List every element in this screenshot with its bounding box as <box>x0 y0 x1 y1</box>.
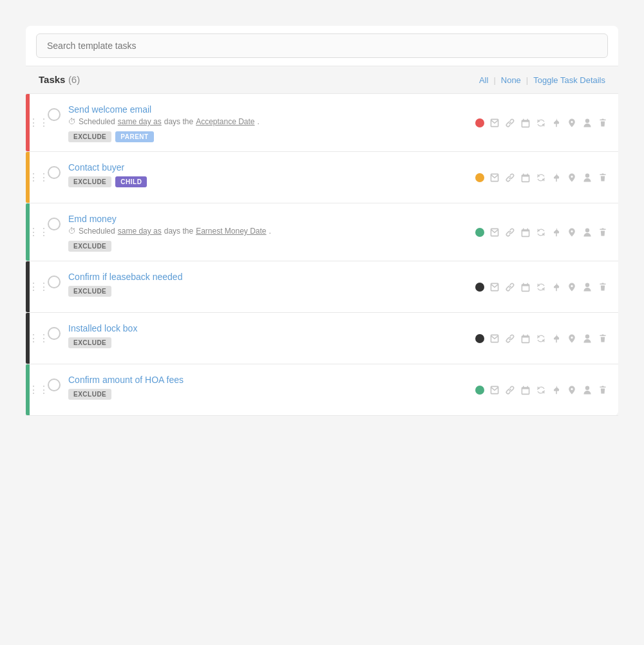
task-checkbox-area <box>48 203 66 261</box>
user-icon[interactable] <box>582 227 592 238</box>
task-content: Confirm if leaseback needed EXCLUDE <box>66 261 465 312</box>
repeat-icon[interactable] <box>536 385 546 395</box>
pin-icon[interactable] <box>551 173 562 183</box>
tag-parent: PARENT <box>115 131 153 142</box>
task-checkbox[interactable] <box>48 379 61 391</box>
drag-handle[interactable]: ⋮⋮ <box>30 152 48 203</box>
toggle-link[interactable]: Toggle Task Details <box>533 75 605 85</box>
task-row: ⋮⋮ Send welcome email ⏱ Scheduled same d… <box>26 94 618 152</box>
task-checkbox-area <box>48 94 66 151</box>
task-name[interactable]: Confirm if leaseback needed <box>68 272 460 282</box>
task-tags: EXCLUDEPARENT <box>68 131 460 142</box>
calendar-icon[interactable] <box>520 333 531 344</box>
tag-exclude: EXCLUDE <box>68 337 111 348</box>
tag-exclude: EXCLUDE <box>68 241 111 252</box>
pin-icon[interactable] <box>551 227 562 238</box>
repeat-icon[interactable] <box>536 173 546 183</box>
drag-handle[interactable]: ⋮⋮ <box>30 261 48 312</box>
delete-icon[interactable] <box>598 118 608 128</box>
sep-2: | <box>526 75 528 85</box>
schedule-text-before: Scheduled <box>79 227 115 236</box>
repeat-icon[interactable] <box>536 118 546 128</box>
delete-icon[interactable] <box>598 227 608 238</box>
pin-icon[interactable] <box>551 118 562 128</box>
email-icon[interactable] <box>489 227 500 238</box>
drag-handle[interactable]: ⋮⋮ <box>30 313 48 364</box>
task-icons <box>489 282 608 292</box>
task-tags: EXCLUDECHILD <box>68 176 460 187</box>
task-right <box>465 203 618 261</box>
task-right <box>465 364 618 415</box>
user-icon[interactable] <box>582 385 592 395</box>
location-icon[interactable] <box>567 118 577 128</box>
delete-icon[interactable] <box>598 282 608 292</box>
link-icon[interactable] <box>505 282 515 292</box>
email-icon[interactable] <box>489 118 500 128</box>
repeat-icon[interactable] <box>536 333 546 344</box>
delete-icon[interactable] <box>598 173 608 183</box>
location-icon[interactable] <box>567 227 577 238</box>
calendar-icon[interactable] <box>520 173 531 183</box>
task-checkbox[interactable] <box>48 218 61 230</box>
calendar-icon[interactable] <box>520 282 531 292</box>
tag-exclude: EXCLUDE <box>68 176 111 187</box>
task-name[interactable]: Send welcome email <box>68 104 460 115</box>
none-link[interactable]: None <box>501 75 521 85</box>
pin-icon[interactable] <box>551 282 562 292</box>
user-icon[interactable] <box>582 282 592 292</box>
delete-icon[interactable] <box>598 333 608 344</box>
task-content: Confirm amount of HOA fees EXCLUDE <box>66 364 465 415</box>
email-icon[interactable] <box>489 282 500 292</box>
link-icon[interactable] <box>505 118 515 128</box>
email-icon[interactable] <box>489 173 500 183</box>
calendar-icon[interactable] <box>520 118 531 128</box>
pin-icon[interactable] <box>551 333 562 344</box>
task-schedule: ⏱ Scheduled same day as days the Accepta… <box>68 117 460 126</box>
drag-handle[interactable]: ⋮⋮ <box>30 94 48 151</box>
task-tags: EXCLUDE <box>68 389 460 400</box>
drag-handle[interactable]: ⋮⋮ <box>30 203 48 261</box>
main-container: Tasks (6) All | None | Toggle Task Detai… <box>26 26 618 416</box>
task-checkbox[interactable] <box>48 327 61 340</box>
calendar-icon[interactable] <box>520 227 531 238</box>
repeat-icon[interactable] <box>536 227 546 238</box>
location-icon[interactable] <box>567 173 577 183</box>
link-icon[interactable] <box>505 333 515 344</box>
link-icon[interactable] <box>505 385 515 395</box>
tasks-title: Tasks (6) <box>39 74 80 86</box>
task-checkbox[interactable] <box>48 166 61 179</box>
location-icon[interactable] <box>567 333 577 344</box>
task-tags: EXCLUDE <box>68 337 460 348</box>
all-link[interactable]: All <box>479 75 488 85</box>
drag-handle[interactable]: ⋮⋮ <box>30 364 48 415</box>
schedule-link1[interactable]: same day as <box>118 227 162 236</box>
link-icon[interactable] <box>505 227 515 238</box>
schedule-link2[interactable]: Acceptance Date <box>196 117 254 126</box>
user-icon[interactable] <box>582 333 592 344</box>
task-right <box>465 152 618 203</box>
task-checkbox[interactable] <box>48 108 61 121</box>
task-name[interactable]: Confirm amount of HOA fees <box>68 375 460 385</box>
task-name[interactable]: Installed lock box <box>68 323 460 333</box>
pin-icon[interactable] <box>551 385 562 395</box>
tag-exclude: EXCLUDE <box>68 131 111 142</box>
task-name[interactable]: Emd money <box>68 214 460 224</box>
calendar-icon[interactable] <box>520 385 531 395</box>
link-icon[interactable] <box>505 173 515 183</box>
task-checkbox[interactable] <box>48 276 61 288</box>
user-icon[interactable] <box>582 173 592 183</box>
status-dot <box>475 173 484 182</box>
schedule-link2[interactable]: Earnest Money Date <box>196 227 266 236</box>
task-name[interactable]: Contact buyer <box>68 162 460 173</box>
clock-icon: ⏱ <box>68 227 76 236</box>
location-icon[interactable] <box>567 385 577 395</box>
schedule-link1[interactable]: same day as <box>118 117 162 126</box>
delete-icon[interactable] <box>598 385 608 395</box>
email-icon[interactable] <box>489 385 500 395</box>
email-icon[interactable] <box>489 333 500 344</box>
search-input[interactable] <box>36 33 608 58</box>
schedule-text-after: . <box>258 117 260 126</box>
user-icon[interactable] <box>582 118 592 128</box>
location-icon[interactable] <box>567 282 577 292</box>
repeat-icon[interactable] <box>536 282 546 292</box>
